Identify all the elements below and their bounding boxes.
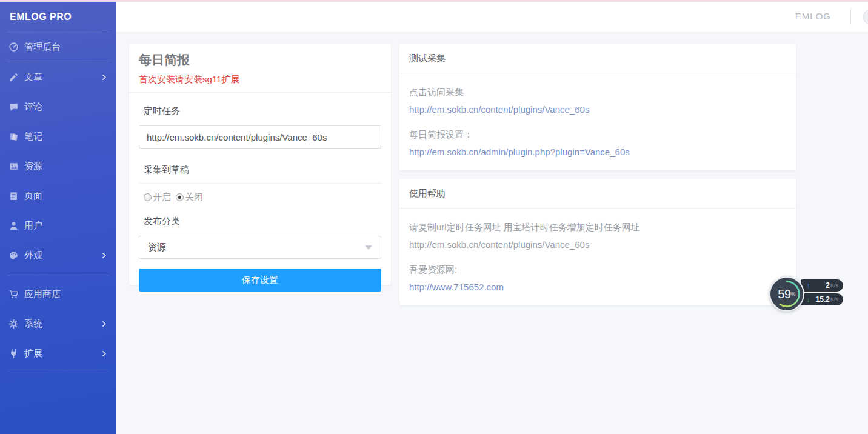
chevron-right-icon [100,320,108,328]
sidebar-item-label: 资源 [24,161,108,172]
comment-icon [8,102,19,112]
category-label: 发布分类 [144,216,376,227]
sidebar-item-label: 外观 [24,250,100,261]
sidebar-item-app-store[interactable]: 应用商店 [0,279,116,309]
upload-speed-row: ↑ 2 K/s [801,279,843,292]
gauge-arc [772,279,802,309]
radio-unchecked-icon[interactable] [144,193,152,201]
chevron-right-icon [100,252,108,259]
plug-icon [8,349,19,359]
upload-speed-value: 2 [810,281,830,290]
sidebar-item-dashboard[interactable]: 管理后台 [0,32,116,62]
page-icon [8,191,19,201]
speed-rows: ↑ 2 K/s ↓ 15.2 K/s [801,279,843,307]
sidebar-item-label: 用户 [24,220,108,232]
chevron-right-icon [100,350,108,358]
gauge-icon [8,42,19,52]
gear-icon [8,319,19,329]
test-collect-card: 测试采集 点击访问采集 http://em.sokb.cn/content/pl… [399,44,796,170]
download-speed-value: 15.2 [810,295,830,304]
sidebar-item-label: 扩展 [24,348,100,359]
notes-icon [8,132,19,142]
upload-speed-unit: K/s [830,282,838,289]
cron-task-label: 定时任务 [144,105,376,117]
help-cron-url-text: http://em.sokb.cn/content/plugins/Vance_… [409,239,786,250]
topbar: EMLOG [116,0,868,32]
card-title: 使用帮助 [399,179,796,209]
category-select[interactable]: 资源 [139,236,381,259]
palette-icon [8,250,19,261]
network-speed-widget[interactable]: ↑ 2 K/s ↓ 15.2 K/s 59% [769,276,844,314]
radio-checked-icon[interactable] [176,193,184,201]
sidebar-item-label: 系统 [24,318,100,330]
download-speed-row: ↓ 15.2 K/s [801,293,843,305]
cpu-usage-gauge[interactable]: 59% [769,276,804,312]
page-title: 每日简报 [139,52,381,68]
sidebar-item-label: 笔记 [24,131,108,142]
help-card: 使用帮助 请复制url定时任务网址 用宝塔计时任务增加定时任务网址 http:/… [399,179,796,305]
sidebar-item-resources[interactable]: 资源 [0,152,116,181]
sidebar: EMLOG PRO 管理后台 文章 评论 笔记 资源 [0,0,116,434]
radio-label: 开启 [153,192,171,203]
save-settings-button[interactable]: 保存设置 [139,269,381,292]
user-icon [8,221,19,231]
sidebar-item-pages[interactable]: 页面 [0,181,116,211]
divider [129,92,391,93]
cart-icon [8,289,19,299]
sidebar-item-notes[interactable]: 笔记 [0,122,116,152]
draft-radio-group: 开启 关闭 [139,192,381,203]
pencil-icon [8,72,19,82]
site-name-link[interactable]: EMLOG [795,0,831,32]
cron-url-input[interactable] [139,125,381,149]
radio-option-on[interactable]: 开启 [144,192,171,203]
sidebar-item-comments[interactable]: 评论 [0,92,116,122]
sidebar-item-label: 应用商店 [24,289,108,300]
divider [8,369,109,369]
sidebar-item-label: 评论 [24,101,108,113]
sidebar-item-label: 管理后台 [24,41,108,53]
chevron-right-icon [100,73,108,81]
sidebar-item-articles[interactable]: 文章 [0,62,116,92]
sidebar-item-appearance[interactable]: 外观 [0,241,116,270]
sidebar-item-users[interactable]: 用户 [0,211,116,241]
install-notice: 首次安装请安装sg11扩展 [139,74,381,85]
page-load-progress-bar [0,0,868,2]
divider [850,8,851,25]
collect-hint-text: 点击访问采集 [409,87,786,98]
download-speed-unit: K/s [830,296,838,302]
sidebar-item-extensions[interactable]: 扩展 [0,339,116,369]
sidebar-item-label: 文章 [24,72,100,83]
radio-option-off[interactable]: 关闭 [176,192,203,203]
sidebar-item-system[interactable]: 系统 [0,309,116,339]
resource-site-link[interactable]: http://www.715652.com [409,282,786,292]
sidebar-item-label: 页面 [24,190,108,202]
image-icon [8,161,19,172]
plugin-settings-card: 每日简报 首次安装请安装sg11扩展 定时任务 采集到草稿 开启 关闭 发布分类… [129,44,391,285]
caret-down-icon [365,245,372,250]
draft-mode-label: 采集到草稿 [139,164,381,184]
settings-hint-text: 每日简报设置： [409,129,786,141]
right-column: 测试采集 点击访问采集 http://em.sokb.cn/content/pl… [399,44,796,314]
divider [8,275,109,275]
radio-label: 关闭 [185,192,203,203]
settings-url-link[interactable]: http://em.sokb.cn/admin/plugin.php?plugi… [409,147,786,157]
help-instruction-text: 请复制url定时任务网址 用宝塔计时任务增加定时任务网址 [409,222,786,233]
card-title: 测试采集 [399,44,796,73]
collect-url-link[interactable]: http://em.sokb.cn/content/plugins/Vance_… [409,104,786,115]
category-selected-value: 资源 [148,242,365,253]
brand-logo[interactable]: EMLOG PRO [0,0,116,32]
resource-site-label: 吾爱资源网: [409,264,786,276]
